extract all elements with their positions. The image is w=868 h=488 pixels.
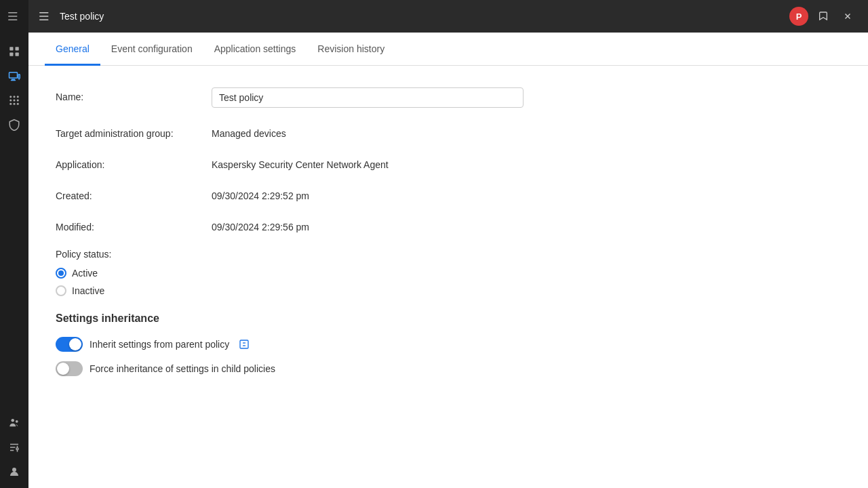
svg-rect-4 (16, 47, 19, 50)
titlebar: Test policy P (28, 0, 868, 33)
modified-value: 09/30/2024 2:29:56 pm (212, 218, 309, 232)
application-value: Kaspersky Security Center Network Agent (212, 155, 389, 170)
svg-point-26 (12, 468, 16, 472)
svg-point-11 (18, 79, 20, 81)
radio-group: Active Inactive (56, 268, 841, 296)
dialog: General Event configuration Application … (28, 33, 868, 488)
main-area: Test policy P General Event configuratio… (28, 0, 868, 488)
settings-inheritance-section: Settings inheritance Inherit settings fr… (56, 312, 841, 376)
created-label: Created: (56, 186, 212, 201)
modified-label: Modified: (56, 218, 212, 232)
sidebar-apps-icon[interactable] (3, 89, 25, 111)
created-row: Created: 09/30/2024 2:29:52 pm (56, 186, 841, 201)
radio-active-circle (56, 268, 66, 279)
svg-rect-27 (39, 12, 49, 14)
svg-rect-2 (8, 20, 18, 21)
inherit-info-icon[interactable] (239, 339, 250, 350)
window-title: Test policy (60, 11, 781, 22)
svg-point-21 (12, 419, 15, 422)
form-content: Name: Target administration group: Manag… (28, 66, 868, 488)
svg-rect-3 (9, 47, 13, 50)
svg-point-16 (14, 100, 16, 102)
sidebar-menu-icon[interactable] (3, 5, 25, 27)
svg-point-14 (17, 96, 19, 98)
svg-point-15 (9, 100, 12, 102)
radio-inactive-label: Inactive (72, 285, 104, 296)
radio-inactive-circle (56, 285, 66, 296)
inherit-toggle-row: Inherit settings from parent policy (56, 337, 841, 352)
policy-status-section: Policy status: Active Inactive (56, 249, 841, 296)
sidebar-shield-icon[interactable] (3, 114, 25, 136)
svg-rect-5 (9, 53, 13, 56)
svg-rect-0 (8, 12, 18, 14)
tab-application-settings[interactable]: Application settings (203, 33, 307, 66)
modified-row: Modified: 09/30/2024 2:29:56 pm (56, 218, 841, 232)
svg-point-12 (9, 96, 12, 98)
svg-rect-1 (8, 16, 18, 17)
titlebar-actions: P (789, 7, 857, 26)
force-toggle-knob (57, 363, 69, 375)
inherit-toggle-knob (69, 338, 81, 350)
created-value: 09/30/2024 2:29:52 pm (212, 186, 309, 201)
svg-rect-7 (9, 73, 18, 78)
svg-rect-9 (11, 80, 16, 81)
application-row: Application: Kaspersky Security Center N… (56, 155, 841, 170)
name-label: Name: (56, 87, 212, 102)
svg-point-20 (17, 103, 19, 105)
tab-event-configuration[interactable]: Event configuration (100, 33, 203, 66)
svg-rect-10 (18, 75, 20, 79)
svg-rect-8 (12, 79, 16, 81)
svg-point-18 (9, 103, 12, 105)
name-row: Name: (56, 87, 841, 108)
inherit-label: Inherit settings from parent policy (90, 339, 229, 350)
sidebar-users-icon[interactable] (3, 412, 25, 434)
svg-rect-28 (39, 16, 49, 17)
force-label: Force inheritance of settings in child p… (90, 363, 275, 374)
target-group-label: Target administration group: (56, 124, 212, 139)
name-input[interactable] (212, 87, 524, 108)
close-button[interactable] (838, 7, 857, 26)
sidebar-settings-icon[interactable] (3, 436, 25, 458)
force-toggle-row: Force inheritance of settings in child p… (56, 361, 841, 376)
svg-rect-32 (240, 340, 248, 348)
bookmark-button[interactable] (814, 7, 833, 26)
tab-general[interactable]: General (45, 33, 100, 66)
sidebar (0, 0, 28, 488)
tabs-bar: General Event configuration Application … (28, 33, 868, 66)
svg-point-13 (14, 96, 16, 98)
sidebar-dashboard-icon[interactable] (3, 41, 25, 62)
target-group-row: Target administration group: Managed dev… (56, 124, 841, 139)
policy-status-label: Policy status: (56, 249, 841, 260)
application-label: Application: (56, 155, 212, 170)
inherit-toggle[interactable] (56, 337, 83, 352)
sidebar-devices-icon[interactable] (3, 65, 25, 87)
radio-active-label: Active (72, 268, 98, 279)
svg-point-23 (16, 448, 18, 450)
svg-rect-6 (16, 53, 19, 56)
svg-point-17 (17, 100, 19, 102)
radio-active[interactable]: Active (56, 268, 841, 279)
radio-inactive[interactable]: Inactive (56, 285, 841, 296)
svg-point-22 (16, 420, 18, 423)
sidebar-user-icon[interactable] (3, 461, 25, 483)
hamburger-icon[interactable] (39, 10, 52, 22)
svg-point-19 (14, 103, 16, 105)
section-title: Settings inheritance (56, 312, 841, 325)
profile-button[interactable]: P (789, 7, 808, 26)
tab-revision-history[interactable]: Revision history (307, 33, 395, 66)
svg-rect-29 (39, 20, 49, 21)
force-toggle[interactable] (56, 361, 83, 376)
target-group-value: Managed devices (212, 124, 286, 139)
